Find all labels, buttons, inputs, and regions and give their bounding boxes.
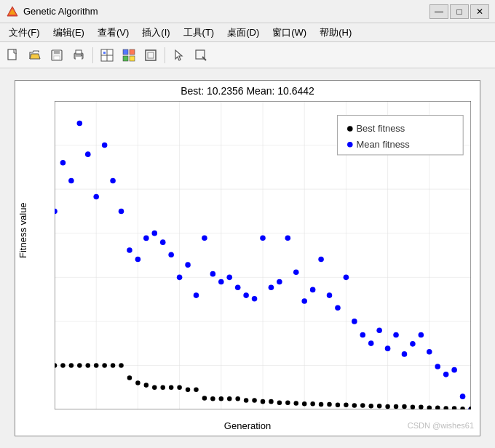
- svg-point-101: [368, 340, 374, 346]
- toolbar-separator-1: [92, 47, 93, 63]
- svg-rect-13: [103, 52, 106, 54]
- svg-point-71: [119, 209, 124, 215]
- svg-text:Mean fitness: Mean fitness: [356, 139, 410, 150]
- plot-title: Best: 10.2356 Mean: 10.6442: [15, 81, 480, 98]
- svg-point-142: [285, 400, 290, 405]
- pointer-button[interactable]: [169, 45, 189, 65]
- plot-area: Best: 10.2356 Mean: 10.6442 Fitness valu…: [15, 80, 480, 436]
- svg-point-91: [285, 235, 291, 241]
- svg-point-115: [60, 363, 65, 368]
- svg-rect-5: [54, 56, 60, 60]
- svg-point-156: [402, 404, 406, 409]
- svg-point-88: [260, 235, 266, 241]
- menu-window[interactable]: 窗口(W): [266, 25, 312, 41]
- svg-point-68: [93, 194, 99, 200]
- svg-point-73: [135, 257, 141, 263]
- svg-point-95: [318, 257, 324, 263]
- svg-point-9: [81, 55, 82, 56]
- svg-point-146: [319, 402, 323, 407]
- svg-point-134: [219, 396, 223, 401]
- svg-rect-18: [146, 50, 156, 60]
- svg-point-77: [168, 252, 174, 257]
- svg-point-69: [102, 143, 108, 148]
- svg-point-72: [127, 247, 132, 253]
- svg-point-153: [377, 404, 381, 409]
- svg-point-81: [202, 235, 207, 241]
- svg-rect-16: [123, 56, 128, 61]
- menu-bar: 文件(F) 编辑(E) 查看(V) 插入(I) 工具(T) 桌面(D) 窗口(W…: [0, 23, 495, 42]
- svg-rect-4: [54, 50, 60, 54]
- svg-rect-17: [130, 56, 135, 61]
- svg-point-152: [368, 404, 373, 409]
- svg-point-166: [347, 126, 353, 132]
- print-button[interactable]: [68, 45, 89, 65]
- svg-point-135: [227, 396, 231, 401]
- svg-point-110: [443, 372, 449, 377]
- maximize-button[interactable]: □: [450, 4, 469, 19]
- menu-view[interactable]: 查看(V): [92, 25, 135, 41]
- svg-point-106: [410, 341, 416, 347]
- svg-point-149: [344, 403, 348, 408]
- svg-point-123: [127, 375, 132, 380]
- svg-point-155: [394, 404, 398, 409]
- menu-file[interactable]: 文件(F): [3, 25, 46, 41]
- svg-point-140: [269, 399, 273, 404]
- svg-point-74: [143, 236, 149, 241]
- watermark: CSDN @wishes61: [408, 421, 474, 430]
- svg-point-121: [111, 363, 115, 368]
- menu-desktop[interactable]: 桌面(D): [221, 25, 265, 41]
- save-button[interactable]: [47, 45, 67, 65]
- svg-point-117: [77, 363, 82, 368]
- svg-point-85: [235, 284, 241, 290]
- svg-point-143: [294, 401, 298, 406]
- svg-point-86: [243, 292, 249, 298]
- svg-point-116: [69, 363, 74, 368]
- app-icon: [6, 5, 19, 18]
- svg-point-119: [94, 363, 98, 368]
- svg-rect-19: [148, 52, 154, 58]
- svg-point-138: [252, 398, 256, 403]
- svg-point-66: [77, 121, 83, 127]
- toolbar-separator-2: [165, 47, 165, 63]
- svg-point-70: [110, 178, 116, 184]
- minimize-button[interactable]: —: [429, 4, 448, 19]
- svg-rect-8: [76, 57, 82, 60]
- svg-point-94: [310, 287, 316, 293]
- plot-svg: 10 12 14 16 18 20 22 24 0 5 10 15 20 25 …: [55, 101, 471, 409]
- svg-point-90: [277, 279, 282, 285]
- svg-text:Best fitness: Best fitness: [356, 123, 405, 134]
- svg-point-96: [327, 292, 333, 298]
- svg-point-120: [102, 363, 106, 368]
- plot-container: Best: 10.2356 Mean: 10.6442 Fitness valu…: [0, 68, 495, 448]
- svg-point-103: [385, 345, 391, 351]
- svg-point-137: [244, 398, 248, 403]
- x-axis-label: Generation: [224, 420, 271, 431]
- edit-figure-button[interactable]: [97, 45, 117, 65]
- svg-point-168: [347, 142, 353, 148]
- new-button[interactable]: [3, 45, 23, 65]
- y-axis-label: Fitness value: [17, 202, 28, 258]
- menu-edit[interactable]: 编辑(E): [47, 25, 90, 41]
- menu-tools[interactable]: 工具(T): [178, 25, 221, 41]
- svg-point-151: [360, 403, 365, 408]
- open-button[interactable]: [25, 45, 45, 65]
- svg-point-100: [360, 332, 366, 338]
- svg-rect-7: [76, 50, 82, 54]
- menu-help[interactable]: 帮助(H): [314, 25, 357, 41]
- svg-point-67: [85, 151, 91, 157]
- close-button[interactable]: ✕: [470, 4, 489, 19]
- svg-point-145: [310, 401, 314, 407]
- svg-point-105: [402, 351, 408, 357]
- svg-point-75: [152, 231, 158, 236]
- svg-point-130: [186, 388, 190, 393]
- color-button[interactable]: [119, 45, 139, 65]
- svg-point-109: [435, 364, 440, 369]
- svg-point-87: [252, 296, 258, 302]
- plotbox-button[interactable]: [140, 45, 161, 65]
- svg-point-98: [344, 275, 349, 281]
- zoom-button[interactable]: [191, 45, 211, 65]
- svg-point-65: [68, 178, 74, 184]
- svg-point-141: [277, 400, 282, 405]
- window-controls[interactable]: — □ ✕: [429, 4, 489, 19]
- menu-insert[interactable]: 插入(I): [136, 25, 175, 41]
